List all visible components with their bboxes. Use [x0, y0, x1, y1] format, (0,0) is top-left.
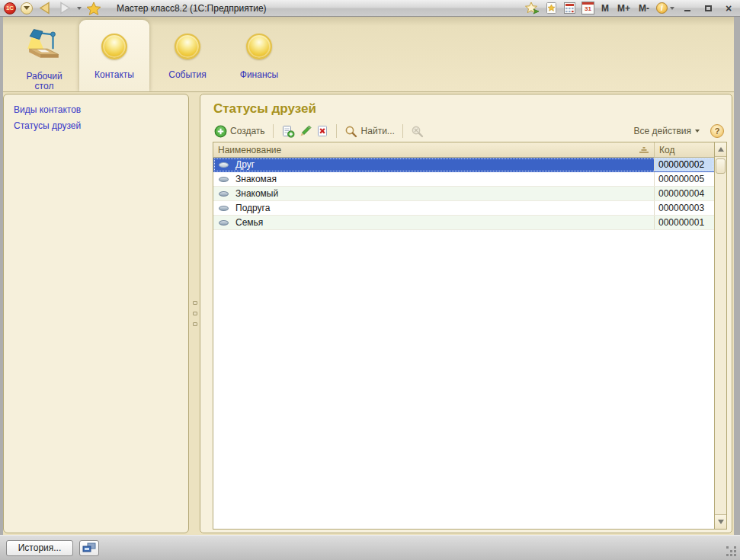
table-row[interactable]: Подруга 000000003: [213, 201, 714, 216]
tab-events[interactable]: События: [152, 20, 223, 91]
pencil-icon: [300, 125, 312, 137]
minimize-button[interactable]: [680, 2, 695, 14]
tab-label: Рабочий стол: [17, 72, 72, 91]
find-button[interactable]: Найти...: [342, 123, 397, 139]
window-resize-grip[interactable]: [726, 546, 736, 556]
copy-item-button[interactable]: [279, 123, 297, 139]
main-panel: Статусы друзей Создать: [200, 94, 732, 533]
scrollbar-track[interactable]: [715, 157, 726, 514]
chevron-down-icon: [670, 7, 674, 10]
dual-monitors-icon: [82, 542, 96, 554]
table-header: Наименование Код: [213, 142, 714, 158]
edit-item-button[interactable]: [297, 123, 314, 139]
info-icon: i: [656, 2, 668, 14]
tab-finance[interactable]: Финансы: [224, 20, 294, 91]
column-header-name[interactable]: Наименование: [213, 142, 655, 157]
nav-history-dropdown-icon[interactable]: [77, 7, 82, 10]
sidebar: Виды контактов Статусы друзей: [3, 94, 189, 533]
delete-cross-icon: [316, 125, 328, 137]
column-header-name-label: Наименование: [218, 145, 281, 155]
gold-orb-icon: [175, 34, 200, 59]
gold-orb-icon: [101, 34, 127, 59]
add-to-favorites-icon[interactable]: [525, 2, 540, 14]
table-row[interactable]: Семья 000000001: [213, 216, 714, 230]
row-name-cell[interactable]: Знакомая: [213, 172, 655, 186]
catalog-item-icon: [219, 191, 229, 197]
row-code-cell[interactable]: 000000002: [655, 158, 714, 171]
scroll-down-button[interactable]: [715, 514, 726, 529]
tab-label: События: [168, 70, 207, 80]
help-button[interactable]: ?: [710, 124, 724, 138]
close-icon: ×: [726, 3, 732, 14]
maximize-button[interactable]: [700, 2, 716, 14]
app-body: Рабочий стол Контакты События Финансы Ви…: [3, 17, 734, 535]
row-name-cell[interactable]: Подруга: [213, 201, 655, 215]
catalog-item-icon: [219, 206, 229, 211]
toolbar-separator: [402, 124, 403, 138]
forward-button[interactable]: [57, 2, 72, 14]
row-code-cell[interactable]: 000000003: [655, 201, 714, 215]
calculator-icon[interactable]: [563, 2, 576, 14]
memory-recall-button[interactable]: M: [600, 3, 610, 14]
tab-label: Финансы: [240, 70, 278, 80]
calendar-icon[interactable]: 31: [581, 2, 594, 14]
delete-item-button[interactable]: [314, 123, 331, 139]
section-tab-bar: Рабочий стол Контакты События Финансы: [3, 17, 734, 91]
copy-document-icon: [281, 125, 295, 138]
row-name-cell[interactable]: Знакомый: [213, 187, 655, 200]
info-button[interactable]: i: [656, 2, 674, 14]
row-code-cell[interactable]: 000000004: [655, 187, 714, 200]
row-code-cell[interactable]: 000000001: [655, 216, 714, 229]
table-row[interactable]: Знакомый 000000004: [213, 187, 714, 201]
panel-splitter[interactable]: [191, 94, 200, 533]
row-name-label: Знакомый: [235, 188, 278, 199]
column-header-code[interactable]: Код: [655, 142, 714, 157]
catalog-item-icon: [219, 220, 229, 226]
table-row[interactable]: Знакомая 000000005: [213, 172, 714, 187]
desk-lamp-icon: [27, 29, 62, 61]
main-menu-button[interactable]: [21, 2, 33, 14]
app-logo-icon[interactable]: 1С: [4, 2, 16, 14]
sort-ascending-icon: [639, 146, 649, 154]
performance-indicators-button[interactable]: [79, 540, 99, 556]
gold-orb-icon: [246, 34, 272, 59]
all-actions-button[interactable]: Все действия: [631, 124, 703, 138]
clear-search-button[interactable]: [408, 123, 427, 139]
triangle-down-icon: [718, 520, 724, 524]
all-actions-label: Все действия: [634, 126, 691, 136]
sidebar-item-contact-kinds[interactable]: Виды контактов: [14, 104, 188, 115]
plus-circle-icon: [214, 125, 227, 138]
row-code-cell[interactable]: 000000005: [655, 172, 714, 186]
row-name-cell[interactable]: Друг: [213, 158, 655, 171]
scroll-up-button[interactable]: [715, 142, 726, 157]
tab-label: Контакты: [95, 70, 134, 80]
chevron-down-icon: [695, 130, 700, 133]
close-button[interactable]: ×: [721, 2, 736, 14]
show-favorites-icon[interactable]: [546, 2, 558, 14]
content-area: Виды контактов Статусы друзей Статусы др…: [3, 91, 734, 535]
catalog-item-icon: [219, 177, 229, 182]
table-row[interactable]: Друг 000000002: [213, 158, 714, 172]
status-bar: История...: [0, 535, 740, 560]
tab-desktop[interactable]: Рабочий стол: [9, 20, 79, 91]
favorites-star-icon[interactable]: [86, 2, 101, 15]
memory-add-button[interactable]: M+: [616, 3, 632, 14]
table-body: Друг 000000002 Знакомая 000000005 Знаком…: [213, 158, 714, 529]
sidebar-item-friend-statuses[interactable]: Статусы друзей: [14, 120, 188, 131]
memory-subtract-button[interactable]: M-: [637, 3, 651, 14]
page-title: Статусы друзей: [213, 101, 732, 117]
catalog-table: Наименование Код Друг 000000002 Знакомая…: [213, 142, 727, 530]
row-name-cell[interactable]: Семья: [213, 216, 655, 229]
history-button[interactable]: История...: [6, 540, 73, 556]
create-button[interactable]: Создать: [212, 123, 267, 139]
tab-contacts[interactable]: Контакты: [79, 20, 149, 91]
back-button[interactable]: [37, 2, 53, 14]
titlebar: 1С Мастер класс8.2 (1С:Предприятие) 31 M…: [0, 0, 740, 17]
row-name-label: Подруга: [235, 203, 270, 213]
scrollbar-thumb[interactable]: [716, 158, 726, 174]
vertical-scrollbar[interactable]: [714, 142, 727, 530]
triangle-up-icon: [718, 147, 724, 152]
window-title: Мастер класс8.2 (1С:Предприятие): [117, 3, 267, 14]
chevron-down-icon: [24, 6, 30, 10]
create-button-label: Создать: [230, 126, 265, 136]
